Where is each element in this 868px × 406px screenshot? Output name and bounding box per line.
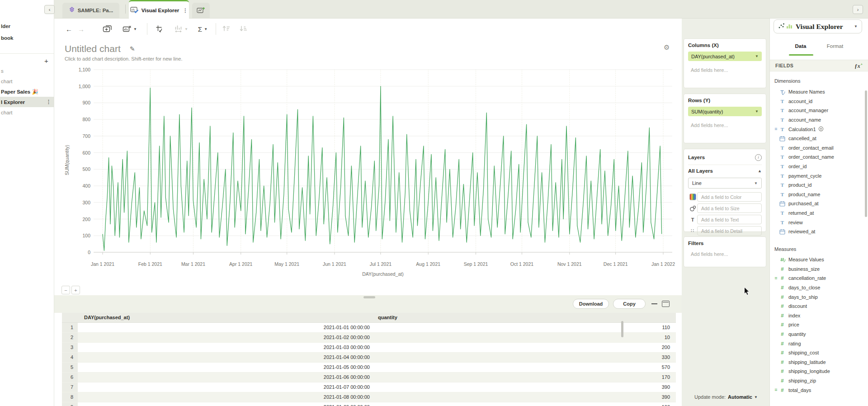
mark-type-select[interactable]: Line▼ [688, 178, 762, 189]
aggregate-button[interactable]: Σ▼ [198, 25, 208, 33]
download-button[interactable]: Download [573, 299, 609, 309]
table-row[interactable]: 72021-01-07 00:00:00390 [62, 382, 676, 392]
edit-pencil-icon[interactable]: ✎ [130, 45, 135, 52]
measure-item[interactable]: #shipping_zip [770, 376, 865, 386]
chevron-down-icon[interactable]: ▼ [755, 54, 759, 58]
fields-scrollbar[interactable] [865, 90, 867, 217]
tab-sample-report[interactable]: SAMPLE: Pa... [62, 3, 119, 18]
sidebar-item[interactable]: Paper Sales 🎉 [0, 86, 54, 97]
dimension-item[interactable]: purchased_at [770, 199, 865, 208]
table-row[interactable]: 92021-01-09 00:00:00100 [62, 402, 676, 406]
measure-item[interactable]: #index [770, 311, 865, 321]
dimension-item[interactable]: Taccount_name [770, 115, 865, 125]
function-plus-icon[interactable]: ƒx+ [854, 62, 863, 70]
sidebar-item-builder[interactable]: lder [1, 24, 10, 29]
chevron-down-icon[interactable]: ▼ [755, 109, 759, 113]
filters-panel: Filters Add fields here... [684, 236, 766, 267]
measure-item[interactable]: #shipping_latitude [770, 358, 865, 367]
dimension-item[interactable]: Torder_id [770, 162, 865, 171]
kebab-menu-icon[interactable]: ⋮ [46, 99, 51, 105]
measure-item[interactable]: #days_to_ship [770, 292, 865, 302]
chart-settings-gear-icon[interactable]: ⚙ [664, 43, 670, 52]
dimension-item[interactable]: Treview [770, 217, 865, 227]
tab-menu-kebab[interactable]: ⋮ [183, 8, 188, 14]
chart-description-placeholder[interactable]: Click to add chart description. Shift-en… [65, 56, 182, 61]
table-row[interactable]: 82021-01-08 00:00:00390 [62, 392, 676, 402]
dimension-item[interactable]: =TCalculation1 [770, 124, 865, 134]
measure-item[interactable]: #business_size [770, 264, 865, 274]
sidebar-item[interactable]: chart [0, 107, 54, 118]
filters-add-fields-placeholder[interactable]: Add fields here... [688, 251, 762, 257]
line-chart[interactable] [94, 68, 672, 256]
dimension-item[interactable]: Torder_contact_email [770, 143, 865, 153]
swap-axes-button[interactable] [156, 25, 164, 33]
delete-chart-button[interactable]: ▼ [123, 25, 137, 33]
measure-item[interactable]: #days_to_close [770, 283, 865, 293]
update-mode-control[interactable]: Update mode: Automatic ▼ [684, 394, 766, 400]
collapse-left-panel-button[interactable]: ‹ [44, 5, 55, 14]
sidebar-item[interactable]: l Explorer⋮ [0, 97, 54, 107]
measure-item[interactable]: #shipping_longitude [770, 367, 865, 376]
layer-field-dropzone[interactable]: Add a field to Size [697, 203, 762, 213]
measure-item[interactable]: =#total_days [770, 385, 865, 395]
hash-icon: # [778, 303, 786, 309]
sidebar-item-notebook[interactable]: book [1, 35, 13, 41]
dimension-item[interactable]: Tpayment_cycle [770, 171, 865, 180]
table-row[interactable]: 12021-01-01 00:00:00110 [62, 323, 676, 333]
dimension-item[interactable]: Torder_contact_name [770, 152, 865, 162]
layer-field-dropzone[interactable]: Add a field to Text [697, 215, 762, 224]
dimension-item[interactable]: reviewed_at [770, 227, 865, 236]
layer-field-dropzone[interactable]: Add a field to Color [697, 192, 762, 202]
dimension-item[interactable]: Tproduct_name [770, 190, 865, 199]
dimension-item[interactable]: cancelled_at [770, 134, 865, 143]
table-row[interactable]: 42021-01-04 00:00:00330 [62, 353, 676, 363]
dimension-item[interactable]: Taccount_manager [770, 106, 865, 115]
measure-item[interactable]: #price [770, 320, 865, 330]
new-chart-tab-button[interactable] [192, 3, 210, 18]
table-row[interactable]: 32021-01-03 00:00:00200 [62, 343, 676, 353]
measure-item[interactable]: #quantity [770, 330, 865, 339]
sidebar-item[interactable]: chart [0, 76, 54, 86]
visual-explorer-switcher[interactable]: Visual Explorer ▼ [774, 19, 862, 33]
measure-item[interactable]: #shipping_cost [770, 348, 865, 358]
zoom-out-button[interactable]: − [61, 286, 70, 294]
cell-purchased-at: 2021-01-07 00:00:00 [78, 382, 375, 392]
duplicate-chart-button[interactable] [103, 25, 113, 33]
columns-field-pill[interactable]: DAY(purchased_at)▼ [688, 52, 762, 61]
table-row[interactable]: 52021-01-05 00:00:00570 [62, 363, 676, 373]
dimension-item[interactable]: Taccount_id [770, 97, 865, 106]
copy-button[interactable]: Copy [613, 299, 646, 309]
row-number: 6 [62, 373, 78, 382]
rows-add-fields-placeholder[interactable]: Add fields here... [688, 123, 762, 128]
collapse-results-icon[interactable] [651, 303, 657, 304]
measure-item[interactable]: #rating [770, 339, 865, 348]
chevron-up-icon[interactable]: ▲ [758, 169, 762, 173]
tab-visual-explorer[interactable]: Visual Explorer ⋮ [129, 0, 189, 19]
layer-field-dropzone[interactable]: Add a field to Detail [697, 226, 762, 236]
text-icon: T [778, 117, 786, 123]
tab-data[interactable]: Data [786, 43, 815, 49]
zoom-in-button[interactable]: + [71, 286, 80, 294]
tab-format[interactable]: Format [821, 43, 849, 49]
chart-title[interactable]: Untitled chart [65, 43, 121, 54]
back-button[interactable]: ← [66, 25, 72, 33]
collapse-right-panel-button[interactable]: › [853, 5, 863, 14]
sidebar-item[interactable]: s [0, 66, 54, 76]
table-row[interactable]: 62021-01-06 00:00:00170 [62, 373, 676, 382]
measure-item[interactable]: =#cancellation_rate [770, 274, 865, 283]
dimension-item[interactable]: Tproduct_id [770, 180, 865, 190]
columns-add-fields-placeholder[interactable]: Add fields here... [688, 67, 762, 73]
measure-item[interactable]: Measure Values [770, 255, 865, 264]
dimension-item[interactable]: Treturned_at [770, 208, 865, 218]
dimension-name: order_contact_email [788, 145, 834, 151]
rows-field-pill[interactable]: SUM(quantity)▼ [688, 107, 762, 116]
measure-item[interactable]: #discount [770, 302, 865, 311]
add-item-button[interactable]: + [44, 57, 48, 65]
table-scrollbar[interactable] [621, 321, 623, 337]
info-icon[interactable]: i [755, 154, 762, 161]
text-icon: T [778, 182, 786, 188]
dimension-item[interactable]: Measure Names [770, 87, 865, 97]
table-row[interactable]: 22021-01-02 00:00:0010 [62, 333, 676, 343]
expand-results-window-icon[interactable] [662, 301, 670, 307]
resize-drag-handle[interactable] [363, 296, 375, 298]
